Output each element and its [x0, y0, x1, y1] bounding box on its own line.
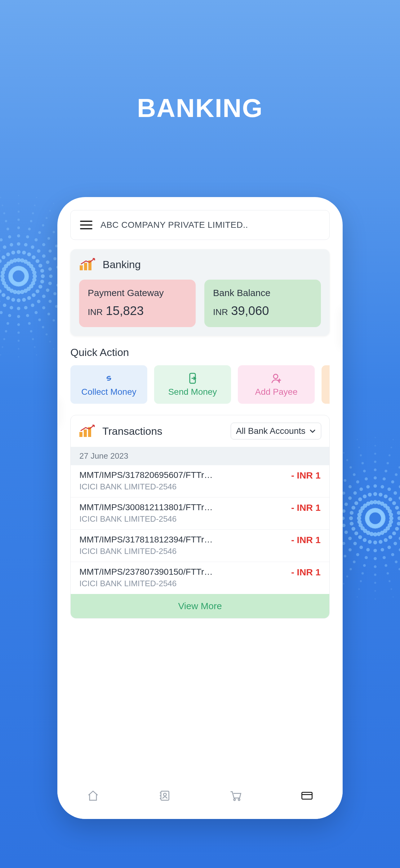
svg-point-19 — [13, 267, 18, 271]
svg-point-38 — [6, 287, 11, 291]
svg-point-485 — [346, 576, 348, 577]
svg-point-498 — [389, 454, 390, 456]
svg-point-104 — [10, 243, 13, 246]
svg-point-428 — [363, 564, 366, 567]
quick-action-label: Collect Money — [81, 387, 136, 397]
svg-point-410 — [348, 485, 352, 488]
svg-point-387 — [388, 488, 391, 491]
svg-point-21 — [16, 266, 21, 271]
svg-point-107 — [31, 246, 34, 249]
tile-amount: 15,823 — [106, 304, 143, 318]
transactions-title: Transactions — [102, 425, 162, 437]
svg-point-376 — [344, 531, 348, 534]
menu-icon[interactable] — [80, 221, 92, 229]
svg-point-354 — [358, 497, 362, 501]
quick-action-send-money[interactable]: Send Money — [154, 365, 231, 404]
user-plus-icon — [270, 372, 282, 384]
tile-payment-gateway[interactable]: Payment Gateway INR 15,823 — [79, 280, 196, 327]
svg-point-383 — [359, 488, 363, 491]
svg-point-26 — [24, 270, 28, 275]
svg-point-359 — [384, 495, 388, 498]
svg-point-131 — [0, 238, 3, 242]
svg-point-1 — [24, 276, 29, 280]
account-filter-select[interactable]: All Bank Accounts — [231, 423, 321, 439]
svg-point-540 — [357, 596, 358, 597]
svg-point-386 — [381, 485, 384, 489]
svg-point-12 — [9, 277, 14, 282]
svg-point-120 — [8, 314, 11, 317]
nav-contacts[interactable] — [156, 787, 173, 804]
svg-point-103 — [3, 246, 6, 249]
svg-point-119 — [17, 315, 20, 318]
svg-point-115 — [49, 300, 52, 303]
tx-bank: ICICI BANK LIMITED-2546 — [79, 514, 216, 524]
quick-action-add-payee[interactable]: Add Payee — [238, 365, 315, 404]
svg-point-189 — [18, 218, 20, 221]
svg-point-245 — [18, 203, 19, 204]
svg-point-412 — [365, 477, 368, 480]
tx-bank: ICICI BANK LIMITED-2546 — [79, 482, 216, 492]
svg-point-275 — [53, 203, 54, 204]
svg-point-340 — [388, 535, 392, 539]
svg-point-426 — [385, 564, 387, 567]
svg-point-162 — [28, 228, 31, 230]
svg-point-328 — [370, 501, 374, 505]
svg-rect-569 — [84, 430, 87, 437]
svg-point-323 — [358, 513, 362, 517]
svg-point-22 — [18, 266, 23, 271]
svg-point-369 — [388, 546, 391, 549]
table-row[interactable]: MMT/IMPS/237807390150/FTTran...ICICI BAN… — [71, 562, 329, 594]
svg-point-190 — [30, 220, 33, 222]
svg-point-295 — [365, 514, 370, 519]
tile-bank-balance[interactable]: Bank Balance INR 39,060 — [204, 280, 321, 327]
table-row[interactable]: MMT/IMPS/317820695607/FTTran...ICICI BAN… — [71, 465, 329, 497]
svg-point-138 — [53, 257, 57, 260]
svg-point-287 — [373, 524, 378, 529]
tx-amount: - INR 1 — [291, 567, 321, 588]
svg-point-46 — [6, 261, 11, 266]
svg-point-53 — [29, 264, 33, 269]
svg-point-441 — [374, 469, 377, 471]
svg-point-174 — [30, 330, 33, 333]
svg-point-49 — [16, 258, 21, 262]
svg-point-399 — [374, 557, 377, 560]
table-row[interactable]: MMT/IMPS/317811812394/FTTran...ICICI BAN… — [71, 530, 329, 562]
svg-point-306 — [380, 513, 385, 517]
svg-point-427 — [374, 565, 377, 568]
svg-point-416 — [399, 485, 400, 488]
nav-home[interactable] — [84, 787, 102, 804]
svg-point-66 — [2, 293, 5, 297]
svg-point-538 — [393, 596, 394, 597]
svg-point-312 — [383, 529, 388, 533]
svg-point-146 — [28, 322, 31, 325]
quick-action-label: Add Payee — [255, 387, 298, 397]
svg-point-333 — [386, 506, 390, 510]
svg-point-425 — [395, 560, 398, 563]
svg-rect-568 — [79, 432, 82, 437]
svg-point-52 — [27, 261, 31, 266]
svg-point-57 — [40, 280, 44, 283]
table-row[interactable]: MMT/IMPS/300812113801/FTTran...ICICI BAN… — [71, 497, 329, 530]
quick-action-collect-money[interactable]: Collect Money — [70, 365, 147, 404]
quick-action-qr[interactable]: QR — [322, 365, 330, 404]
svg-point-191 — [42, 224, 44, 226]
svg-point-573 — [234, 799, 236, 801]
svg-point-0 — [25, 274, 29, 279]
tx-bank: ICICI BANK LIMITED-2546 — [79, 547, 216, 556]
svg-point-321 — [358, 520, 362, 524]
svg-point-396 — [399, 548, 400, 552]
svg-point-337 — [397, 522, 400, 525]
svg-point-411 — [356, 480, 359, 484]
svg-point-384 — [366, 485, 370, 489]
view-more-button[interactable]: View More — [71, 594, 329, 618]
tx-amount: - INR 1 — [291, 502, 321, 524]
nav-banking[interactable] — [298, 787, 316, 804]
svg-point-161 — [18, 226, 20, 229]
svg-point-16 — [9, 270, 14, 275]
cart-icon — [229, 789, 242, 803]
tile-label: Payment Gateway — [88, 288, 187, 298]
svg-point-76 — [11, 251, 15, 254]
nav-cart[interactable] — [227, 787, 244, 804]
svg-point-382 — [354, 491, 357, 495]
svg-point-176 — [5, 330, 7, 333]
